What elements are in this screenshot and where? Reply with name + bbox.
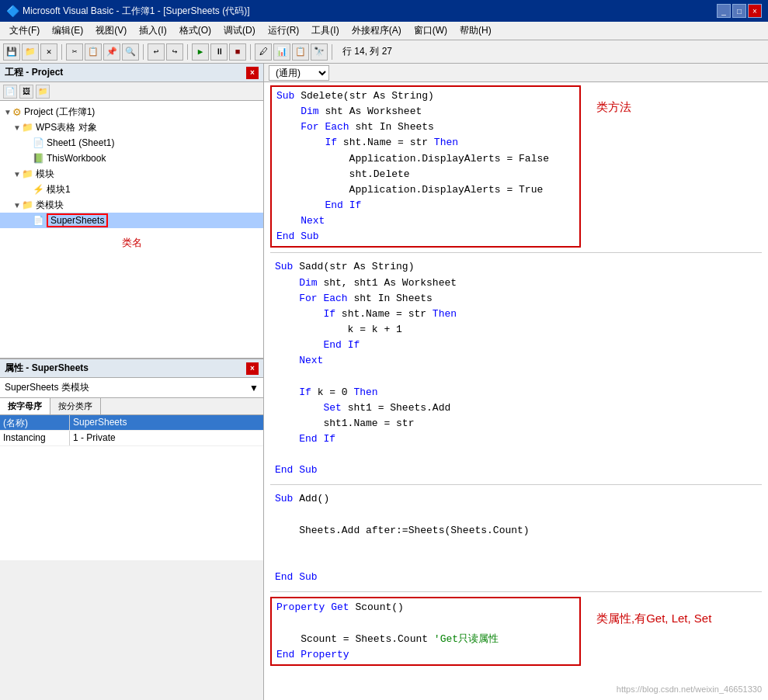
code-sadd-empty1 [275,369,757,384]
code-scount-2: Scount = Sheets.Count 'Get只读属性 [276,632,575,647]
menu-window[interactable]: 窗口(W) [408,23,454,39]
toolbar-designer-button[interactable]: 🖊 [255,43,272,61]
toolbar-break-button[interactable]: ⏸ [210,43,228,61]
toolbar-redo-button[interactable]: ↪ [166,43,183,61]
menu-edit[interactable]: 编辑(E) [46,23,89,39]
title-text: Microsoft Visual Basic - 工作簿1 - [SuperSh… [23,5,250,18]
object-dropdown[interactable]: (通用) [269,65,329,81]
code-editor[interactable]: Sub Sdelete(str As String) Dim sht As Wo… [264,82,768,700]
expand-project-icon: ▼ [3,107,12,116]
watermark: https://blog.csdn.net/weixin_46651330 [617,684,762,694]
view-object-button[interactable]: 🖼 [19,85,33,99]
cursor-position: 行 14, 列 27 [342,45,392,58]
menu-file[interactable]: 文件(F) [3,23,46,39]
code-sadd-4: If sht.Name = str Then [275,307,757,322]
toolbar-run-button[interactable]: ▶ [192,43,209,61]
tree-modules-folder[interactable]: ▼ 📁 模块 [0,166,263,182]
code-sdelete-5: Application.DisplayAlerts = False [276,151,575,167]
toolbar-separator-3 [187,44,188,60]
minimize-button[interactable]: _ [717,4,731,18]
class-name-label: 类名 [0,236,263,250]
code-sdelete-4: If sht.Name = str Then [276,135,575,151]
toolbar-undo-button[interactable]: ↩ [148,43,165,61]
code-sadd-1: Sub Sadd(str As String) [275,259,757,275]
expand-modules-icon: ▼ [12,169,22,178]
toolbar-paste-button[interactable]: 📌 [103,43,120,61]
code-add-empty3 [275,554,757,570]
code-sadd-11: End If [275,431,757,447]
menu-run[interactable]: 运行(R) [262,23,306,39]
toolbar-separator-2 [143,44,144,60]
toolbar-objectbrowser-button[interactable]: 🔭 [311,43,328,61]
props-row-name[interactable]: (名称) SuperSheets [0,415,263,431]
code-sadd-6: End If [275,338,757,353]
scount-highlight-box: Property Get Scount() Scount = Sheets.Co… [270,597,581,666]
props-tab-category[interactable]: 按分类序 [50,398,101,414]
props-instancing-value: 1 - Private [70,431,263,445]
menu-debug[interactable]: 调试(D) [217,23,262,39]
sdelete-section: Sub Sdelete(str As String) Dim sht As Wo… [270,85,762,248]
code-add-1: Sub Add() [275,491,757,507]
menu-format[interactable]: 格式(O) [173,23,217,39]
project-panel-close[interactable]: × [246,67,259,79]
maximize-button[interactable]: □ [732,4,746,18]
code-sadd-12: End Sub [275,463,757,478]
divider-2 [270,484,762,485]
menu-view[interactable]: 视图(V) [89,23,133,39]
tree-thisworkbook[interactable]: ▶ 📗 ThisWorkbook [0,151,263,166]
tree-project[interactable]: ▼ ⚙ Project (工作簿1) [0,104,263,120]
code-add-empty2 [275,539,757,554]
scount-section: Property Get Scount() Scount = Sheets.Co… [270,597,762,666]
code-add-2: Sheets.Add after:=Sheets(Sheets.Count) [275,523,757,539]
toggle-folders-button[interactable]: 📁 [36,85,50,99]
window-controls[interactable]: _ □ × [717,4,762,18]
toolbar-props-button[interactable]: 📋 [292,43,309,61]
toolbar-save-button[interactable]: 💾 [3,43,20,61]
props-tab-alpha[interactable]: 按字母序 [0,398,50,414]
menu-insert[interactable]: 插入(I) [133,23,172,39]
code-sdelete-9: Next [276,213,575,229]
menu-help[interactable]: 帮助(H) [454,23,498,39]
tree-modules-label: 模块 [36,168,54,181]
toolbar-find-button[interactable]: 🔍 [122,43,139,61]
properties-panel: 属性 - SuperSheets × SuperSheets 类模块 ▼ 按字母… [0,359,263,560]
close-button[interactable]: × [748,4,762,18]
project-panel-toolbar: 📄 🖼 📁 [0,82,263,101]
toolbar-projectexplorer-button[interactable]: 📊 [273,43,290,61]
add-section: Sub Add() Sheets.Add after:=Sheets(Sheet… [270,490,762,587]
class-property-annotation: 类属性,有Get, Let, Set [596,609,711,627]
props-tabs: 按字母序 按分类序 [0,398,263,415]
tree-wps-objects[interactable]: ▼ 📁 WPS表格 对象 [0,120,263,135]
class-method-annotation: 类方法 [596,98,631,116]
props-table: (名称) SuperSheets Instancing 1 - Private [0,415,263,560]
code-add-empty1 [275,508,757,523]
menu-tools[interactable]: 工具(I) [305,23,345,39]
props-panel-close[interactable]: × [246,362,259,375]
tree-class-folder[interactable]: ▼ 📁 类模块 [0,197,263,213]
props-row-instancing[interactable]: Instancing 1 - Private [0,431,263,446]
tree-sheet1[interactable]: ▶ 📄 Sheet1 (Sheet1) [0,135,263,151]
toolbar-copy-button[interactable]: 📋 [85,43,102,61]
expand-module1-icon: ▶ [23,185,33,194]
tree-supersheets[interactable]: ▶ 📄 SuperSheets [0,213,263,228]
props-dropdown-arrow: ▼ [249,383,259,393]
code-sdelete-10: End Sub [276,229,575,244]
menu-addins[interactable]: 外接程序(A) [346,23,408,39]
toolbar-open-button[interactable]: 📁 [22,43,39,61]
code-sadd-5: k = k + 1 [275,322,757,338]
toolbar-close-button[interactable]: ✕ [40,43,57,61]
expand-sheet1-icon: ▶ [23,138,33,147]
code-sadd-7: Next [275,353,757,369]
view-code-button[interactable]: 📄 [3,85,17,99]
divider-1 [270,252,762,253]
props-dropdown[interactable]: SuperSheets 类模块 ▼ [0,378,263,398]
toolbar-cut-button[interactable]: ✂ [66,43,83,61]
toolbar-reset-button[interactable]: ■ [229,43,246,61]
class-name-annotation-container: 类名 [0,236,263,250]
code-sadd-3: For Each sht In Sheets [275,291,757,307]
tree-project-label: Project (工作簿1) [24,106,95,119]
title-bar: 🔷 Microsoft Visual Basic - 工作簿1 - [Super… [0,0,768,22]
code-sadd-8: If k = 0 Then [275,385,757,400]
toolbar-separator-1 [61,44,62,60]
tree-module1[interactable]: ▶ ⚡ 模块1 [0,182,263,197]
